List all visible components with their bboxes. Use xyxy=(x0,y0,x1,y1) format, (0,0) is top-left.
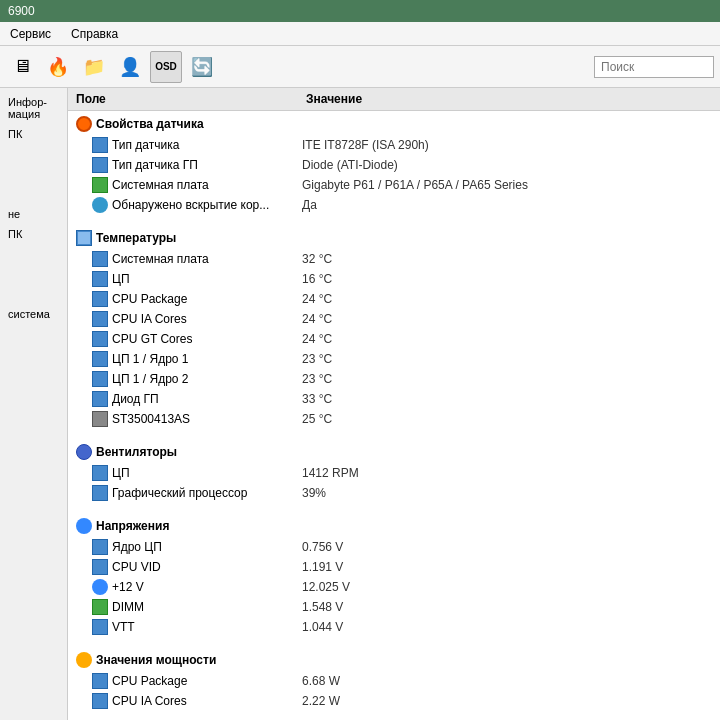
section-sensor-props-header[interactable]: Свойства датчика xyxy=(68,113,720,135)
content-panel: Поле Значение Свойства датчика Тип датчи… xyxy=(68,88,720,720)
chip-icon-gpu-diode xyxy=(92,391,108,407)
section-temp-header[interactable]: Температуры xyxy=(68,227,720,249)
section-sensor-props-label: Свойства датчика xyxy=(96,117,204,131)
dimm-icon xyxy=(92,599,108,615)
volt-vtt-label: VTT xyxy=(112,620,135,634)
header-col-name: Поле xyxy=(76,92,306,106)
volt-core-value: 0.756 V xyxy=(302,540,712,554)
chip-icon-cpu-package xyxy=(92,291,108,307)
row-power-cpu-package: CPU Package 6.68 W xyxy=(68,671,720,691)
row-volt-dimm: DIMM 1.548 V xyxy=(68,597,720,617)
row-fan-gpu: Графический процессор 39% xyxy=(68,483,720,503)
volt-vid-value: 1.191 V xyxy=(302,560,712,574)
section-fans: Вентиляторы ЦП 1412 RPM Графический проц… xyxy=(68,439,720,505)
volt-section-icon xyxy=(76,518,92,534)
sensor-type-label: Тип датчика xyxy=(112,138,179,152)
sidebar-item-pc2[interactable]: ПК xyxy=(0,224,67,244)
blue-circle-icon-12v xyxy=(92,579,108,595)
chip-icon-volt-vtt xyxy=(92,619,108,635)
section-volt-label: Напряжения xyxy=(96,519,169,533)
chip-icon-cpu-ia xyxy=(92,311,108,327)
row-volt-vtt: VTT 1.044 V xyxy=(68,617,720,637)
temp-mb-value: 32 °C xyxy=(302,252,712,266)
menu-service[interactable]: Сервис xyxy=(4,25,57,43)
row-motherboard: Системная плата Gigabyte P61 / P61A / P6… xyxy=(68,175,720,195)
section-power-header[interactable]: Значения мощности xyxy=(68,649,720,671)
row-intrusion: Обнаружено вскрытие кор... Да xyxy=(68,195,720,215)
motherboard-label: Системная плата xyxy=(112,178,209,192)
osd-button[interactable]: OSD xyxy=(150,51,182,83)
row-temp-cpu: ЦП 16 °C xyxy=(68,269,720,289)
chip-icon-volt-core xyxy=(92,539,108,555)
toolbar: 🖥 🔥 📁 👤 OSD 🔄 xyxy=(0,46,720,88)
title-bar: 6900 xyxy=(0,0,720,22)
row-temp-core1: ЦП 1 / Ядро 1 23 °C xyxy=(68,349,720,369)
row-sensor-type: Тип датчика ITE IT8728F (ISA 290h) xyxy=(68,135,720,155)
section-fans-header[interactable]: Вентиляторы xyxy=(68,441,720,463)
row-temp-cpu-ia: CPU IA Cores 24 °C xyxy=(68,309,720,329)
volt-dimm-label: DIMM xyxy=(112,600,144,614)
temp-cpu-ia-value: 24 °C xyxy=(302,312,712,326)
volt-dimm-value: 1.548 V xyxy=(302,600,712,614)
chip-icon-sensor-type xyxy=(92,137,108,153)
menu-help[interactable]: Справка xyxy=(65,25,124,43)
section-power: Значения мощности CPU Package 6.68 W CPU… xyxy=(68,647,720,713)
fans-section-icon xyxy=(76,444,92,460)
temp-cpu-package-label: CPU Package xyxy=(112,292,187,306)
row-sensor-gpu-type: Тип датчика ГП Diode (ATI-Diode) xyxy=(68,155,720,175)
sensor-gpu-type-value: Diode (ATI-Diode) xyxy=(302,158,712,172)
chip-icon-temp-cpu xyxy=(92,271,108,287)
sidebar-item-sistema[interactable]: система xyxy=(0,304,67,324)
section-temp-label: Температуры xyxy=(96,231,176,245)
row-volt-12v: +12 V 12.025 V xyxy=(68,577,720,597)
chip-icon-core2 xyxy=(92,371,108,387)
chip-icon-fan-gpu xyxy=(92,485,108,501)
row-power-cpu-ia: CPU IA Cores 2.22 W xyxy=(68,691,720,711)
temp-cpu-package-value: 24 °C xyxy=(302,292,712,306)
fan-gpu-label: Графический процессор xyxy=(112,486,247,500)
chip-icon-volt-vid xyxy=(92,559,108,575)
search-input[interactable] xyxy=(594,56,714,78)
temp-cpu-label: ЦП xyxy=(112,272,130,286)
header-col-value: Значение xyxy=(306,92,712,106)
temp-cpu-ia-label: CPU IA Cores xyxy=(112,312,187,326)
temp-hdd-value: 25 °C xyxy=(302,412,712,426)
intrusion-label: Обнаружено вскрытие кор... xyxy=(112,198,269,212)
chip-icon-gpu-type xyxy=(92,157,108,173)
hdd-icon xyxy=(92,411,108,427)
computer-button[interactable]: 🖥 xyxy=(6,51,38,83)
volt-vid-label: CPU VID xyxy=(112,560,161,574)
row-volt-core: Ядро ЦП 0.756 V xyxy=(68,537,720,557)
sensor-gpu-type-label: Тип датчика ГП xyxy=(112,158,198,172)
sidebar-item-info[interactable]: Инфор-мация xyxy=(0,92,67,124)
temp-core2-value: 23 °C xyxy=(302,372,712,386)
section-sensor-props: Свойства датчика Тип датчика ITE IT8728F… xyxy=(68,111,720,217)
temp-cpu-gt-value: 24 °C xyxy=(302,332,712,346)
chip-icon-temp-mb xyxy=(92,251,108,267)
fan-gpu-value: 39% xyxy=(302,486,712,500)
row-temp-cpu-package: CPU Package 24 °C xyxy=(68,289,720,309)
chip-icon-core1 xyxy=(92,351,108,367)
section-volt-header[interactable]: Напряжения xyxy=(68,515,720,537)
temp-cpu-gt-label: CPU GT Cores xyxy=(112,332,192,346)
row-temp-hdd: ST3500413AS 25 °C xyxy=(68,409,720,429)
main-content: Инфор-мация ПК не ПК система Поле Значен… xyxy=(0,88,720,720)
user-button[interactable]: 👤 xyxy=(114,51,146,83)
chip-icon-power-ia xyxy=(92,693,108,709)
motherboard-value: Gigabyte P61 / P61A / P65A / PA65 Series xyxy=(302,178,712,192)
refresh-button[interactable]: 🔄 xyxy=(186,51,218,83)
chip-icon-cpu-gt xyxy=(92,331,108,347)
volt-core-label: Ядро ЦП xyxy=(112,540,162,554)
folder-button[interactable]: 📁 xyxy=(78,51,110,83)
temp-core2-label: ЦП 1 / Ядро 2 xyxy=(112,372,189,386)
shield-icon xyxy=(92,197,108,213)
fan-cpu-value: 1412 RPM xyxy=(302,466,712,480)
temp-core1-value: 23 °C xyxy=(302,352,712,366)
temp-core1-label: ЦП 1 / Ядро 1 xyxy=(112,352,189,366)
temp-cpu-value: 16 °C xyxy=(302,272,712,286)
sidebar-item-pc[interactable]: ПК xyxy=(0,124,67,144)
table-header: Поле Значение xyxy=(68,88,720,111)
flame-button[interactable]: 🔥 xyxy=(42,51,74,83)
sidebar-item-ne[interactable]: не xyxy=(0,204,67,224)
row-volt-vid: CPU VID 1.191 V xyxy=(68,557,720,577)
